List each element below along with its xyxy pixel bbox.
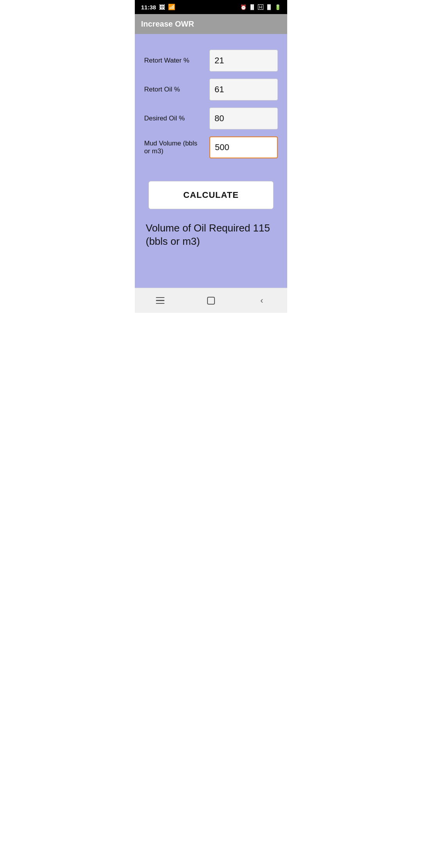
battery-icon: 🔋 (275, 4, 281, 10)
bottom-nav: ‹ (135, 288, 287, 313)
retort-water-row: Retort Water % (144, 50, 278, 72)
recent-button[interactable] (148, 291, 172, 310)
signal-icon: ▐▌ (249, 4, 256, 10)
time-display: 11:38 (141, 4, 156, 11)
alarm-icon: ⏰ (240, 4, 247, 10)
retort-water-input[interactable] (209, 50, 278, 72)
signal2-icon: ▐▌ (266, 4, 272, 10)
retort-oil-input[interactable] (209, 79, 278, 100)
retort-water-label: Retort Water % (144, 57, 209, 65)
mud-volume-label: Mud Volume (bbls or m3) (144, 140, 209, 155)
app-bar: Increase OWR (135, 14, 287, 34)
calculate-button[interactable]: CALCULATE (148, 181, 274, 209)
status-right: ⏰ ▐▌ H ▐▌ 🔋 (240, 4, 281, 10)
status-left: 11:38 🖼 📶 (141, 4, 175, 11)
retort-oil-row: Retort Oil % (144, 79, 278, 100)
result-text: Volume of Oil Required 115 (bbls or m3) (144, 222, 278, 248)
mud-volume-row: Mud Volume (bbls or m3) (144, 136, 278, 158)
image-icon: 🖼 (159, 4, 165, 11)
main-content: Retort Water % Retort Oil % Desired Oil … (135, 34, 287, 288)
home-button[interactable] (199, 291, 223, 310)
h-icon: H (258, 4, 263, 10)
desired-oil-label: Desired Oil % (144, 115, 209, 122)
wifi-icon: 📶 (168, 4, 175, 11)
status-bar: 11:38 🖼 📶 ⏰ ▐▌ H ▐▌ 🔋 (135, 0, 287, 14)
app-title: Increase OWR (141, 20, 194, 28)
recent-icon (156, 297, 165, 304)
back-button[interactable]: ‹ (250, 291, 274, 310)
mud-volume-input[interactable] (209, 136, 278, 158)
desired-oil-input[interactable] (209, 108, 278, 129)
desired-oil-row: Desired Oil % (144, 108, 278, 129)
retort-oil-label: Retort Oil % (144, 86, 209, 93)
back-icon: ‹ (260, 296, 263, 305)
home-icon (207, 297, 215, 305)
